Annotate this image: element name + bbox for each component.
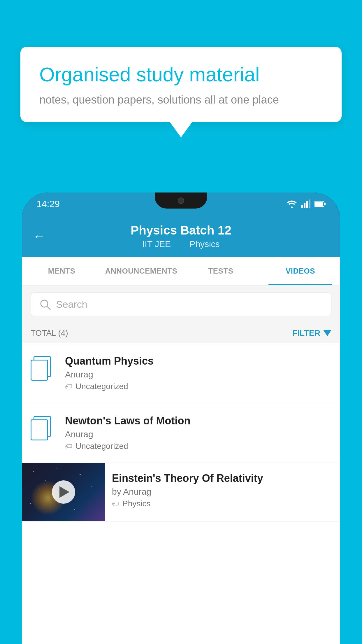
file-icon	[31, 416, 51, 440]
speech-bubble: Organised study material notes, question…	[20, 47, 342, 122]
video-title: Quantum Physics	[65, 355, 331, 367]
video-title: Newton's Laws of Motion	[65, 415, 331, 427]
file-front-page	[31, 360, 48, 381]
tab-ments[interactable]: MENTS	[22, 257, 101, 285]
list-item[interactable]: Quantum Physics Anurag 🏷 Uncategorized	[22, 343, 340, 403]
search-bar-wrapper: Search	[22, 286, 340, 323]
video-info: Newton's Laws of Motion Anurag 🏷 Uncateg…	[65, 415, 331, 451]
svg-rect-0	[301, 205, 303, 208]
tab-tests[interactable]: TESTS	[181, 257, 261, 285]
page-background: Organised study material notes, question…	[0, 0, 362, 644]
tag-icon: 🏷	[112, 499, 120, 508]
search-bar[interactable]: Search	[31, 293, 331, 316]
list-item[interactable]: Einstein's Theory Of Relativity by Anura…	[22, 463, 340, 522]
video-title: Einstein's Theory Of Relativity	[112, 472, 333, 484]
svg-line-8	[47, 306, 50, 309]
tag-icon: 🏷	[65, 442, 73, 451]
file-front-page	[31, 419, 48, 440]
video-author: by Anurag	[112, 487, 333, 497]
tabs-bar: MENTS ANNOUNCEMENTS TESTS VIDEOS	[22, 257, 340, 286]
search-placeholder: Search	[56, 299, 87, 310]
filter-row: TOTAL (4) FILTER	[22, 323, 340, 343]
header-subtitle: IIT JEE Physics	[138, 239, 224, 249]
signal-icon	[301, 200, 310, 208]
video-info: Einstein's Theory Of Relativity by Anura…	[105, 463, 340, 518]
total-count: TOTAL (4)	[31, 328, 68, 338]
back-button[interactable]: ←	[33, 229, 45, 243]
app-header: ← Physics Batch 12 IIT JEE Physics	[22, 215, 340, 257]
play-triangle-icon	[59, 486, 69, 498]
video-thumbnail	[22, 463, 105, 521]
file-icon-wrap	[31, 415, 57, 440]
notch	[155, 192, 207, 209]
filter-label: FILTER	[292, 328, 320, 338]
video-author: Anurag	[65, 429, 331, 439]
svg-point-10	[45, 480, 46, 481]
svg-rect-3	[309, 200, 310, 208]
video-tag-text: Uncategorized	[75, 442, 128, 451]
phone-frame: 14:29	[22, 192, 340, 644]
battery-icon	[314, 200, 326, 207]
video-tag-row: 🏷 Physics	[112, 499, 333, 508]
bubble-title: Organised study material	[39, 63, 323, 87]
play-button[interactable]	[52, 480, 75, 504]
list-item[interactable]: Newton's Laws of Motion Anurag 🏷 Uncateg…	[22, 403, 340, 463]
svg-rect-2	[306, 201, 308, 208]
svg-point-18	[51, 506, 51, 507]
search-icon	[40, 299, 51, 310]
camera	[178, 197, 184, 204]
video-tag-row: 🏷 Uncategorized	[65, 382, 331, 391]
status-icons	[287, 200, 326, 208]
video-tag-row: 🏷 Uncategorized	[65, 442, 331, 451]
tab-videos[interactable]: VIDEOS	[261, 257, 340, 285]
wifi-icon	[287, 200, 297, 208]
svg-rect-5	[315, 202, 323, 206]
phone-screen: ← Physics Batch 12 IIT JEE Physics MENTS…	[22, 215, 340, 644]
video-tag-text: Uncategorized	[75, 382, 128, 391]
status-bar: 14:29	[22, 192, 340, 215]
header-tag2: Physics	[189, 239, 219, 249]
tab-announcements[interactable]: ANNOUNCEMENTS	[101, 257, 181, 285]
file-icon	[31, 356, 51, 381]
svg-point-16	[86, 498, 86, 498]
video-info: Quantum Physics Anurag 🏷 Uncategorized	[65, 355, 331, 391]
status-time: 14:29	[36, 199, 60, 209]
svg-point-19	[74, 509, 75, 510]
bubble-subtitle: notes, question papers, solutions all at…	[39, 94, 323, 106]
svg-point-17	[30, 503, 31, 504]
svg-point-14	[39, 489, 40, 489]
svg-point-12	[80, 474, 81, 475]
filter-icon	[323, 330, 331, 336]
filter-button[interactable]: FILTER	[292, 328, 331, 338]
header-title: Physics Batch 12	[131, 223, 231, 237]
tag-icon: 🏷	[65, 382, 73, 391]
file-icon-wrap	[31, 355, 57, 381]
svg-rect-1	[304, 203, 305, 208]
svg-point-9	[33, 471, 34, 472]
svg-point-11	[57, 468, 57, 469]
svg-rect-6	[324, 203, 326, 205]
header-tag1: IIT JEE	[142, 239, 171, 249]
video-list: Quantum Physics Anurag 🏷 Uncategorized	[22, 343, 340, 522]
svg-point-13	[92, 486, 92, 487]
video-tag-text: Physics	[122, 499, 150, 508]
video-author: Anurag	[65, 370, 331, 379]
